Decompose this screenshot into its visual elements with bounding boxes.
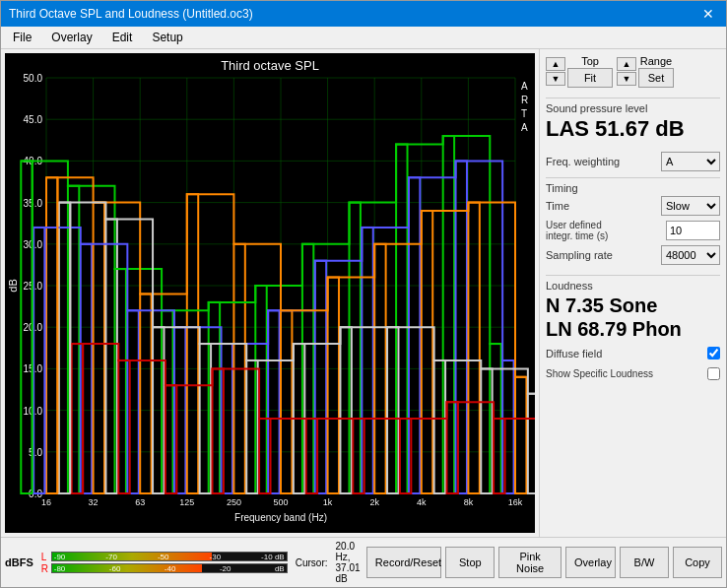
copy-btn[interactable]: Copy: [673, 547, 722, 578]
menu-setup[interactable]: Setup: [144, 29, 190, 46]
cursor-label: Cursor:: [296, 557, 328, 568]
spl-value: LAS 51.67 dB: [546, 116, 720, 142]
diffuse-field-label: Diffuse field: [546, 348, 602, 359]
top-up-btn[interactable]: ▲: [546, 57, 565, 71]
diffuse-field-checkbox[interactable]: [707, 347, 720, 359]
record-reset-btn[interactable]: Record/Reset: [366, 547, 441, 578]
loudness-ln-value: LN 68.79 Phon: [546, 317, 720, 341]
diffuse-field-row: Diffuse field: [546, 347, 720, 359]
top-label: Top: [581, 55, 599, 67]
top-controls: ▲ ▼ Top Fit ▲ ▼ Range Set: [546, 55, 720, 88]
show-specific-row: Show Specific Loudness: [546, 367, 720, 380]
main-content: ▲ ▼ Top Fit ▲ ▼ Range Set: [1, 49, 726, 537]
freq-weighting-label: Freq. weighting: [546, 156, 620, 167]
meter-r-label: R: [41, 563, 49, 574]
sampling-rate-label: Sampling rate: [546, 249, 613, 261]
menu-bar: File Overlay Edit Setup: [1, 27, 726, 49]
time-row: Time Slow Fast Impulse: [546, 196, 720, 216]
sampling-rate-select[interactable]: 44100 48000 96000: [661, 245, 720, 265]
stop-btn[interactable]: Stop: [445, 547, 495, 578]
range-group: Range Set: [638, 55, 674, 88]
freq-weighting-row: Freq. weighting A B C Z: [546, 152, 720, 171]
bw-btn[interactable]: B/W: [620, 547, 669, 578]
top-down-btn[interactable]: ▼: [546, 72, 565, 86]
chart-area: [5, 53, 535, 533]
spl-chart: [5, 53, 535, 533]
meter-l-bar: -90-70-50-30-10 dB: [51, 552, 288, 561]
spl-section: Sound pressure level LAS 51.67 dB: [546, 98, 720, 142]
menu-edit[interactable]: Edit: [104, 29, 141, 46]
meter-container: L -90-70-50-30-10 dB R: [41, 552, 288, 574]
cursor-info: dBFS L -90-70-50-30-10 dB R: [5, 541, 366, 584]
user-defined-row: User definedintegr. time (s): [546, 220, 720, 241]
range-up-btn[interactable]: ▲: [617, 57, 636, 71]
action-buttons: Record/Reset Stop Pink Noise Overlay B/W…: [366, 545, 722, 580]
overlay-btn[interactable]: Overlay: [565, 547, 616, 578]
pink-noise-btn[interactable]: Pink Noise: [498, 547, 562, 578]
range-label: Range: [640, 55, 672, 67]
top-btn-area: ▲ ▼ Top Fit: [546, 55, 613, 88]
meter-r-fill: [52, 564, 202, 572]
spl-section-label: Sound pressure level: [546, 102, 720, 114]
time-select[interactable]: Slow Fast Impulse: [661, 196, 720, 216]
user-defined-input[interactable]: [666, 221, 720, 240]
window-title: Third Octave SPL and Loudness (Untitled.…: [9, 7, 253, 21]
loudness-section-label: Loudness: [546, 280, 720, 292]
loudness-section: Loudness N 7.35 Sone LN 68.79 Phon: [546, 275, 720, 341]
menu-overlay[interactable]: Overlay: [43, 29, 99, 46]
show-specific-checkbox[interactable]: [707, 367, 720, 380]
time-label: Time: [546, 200, 569, 212]
freq-weighting-select[interactable]: A B C Z: [661, 152, 720, 171]
cursor-value: 20.0 Hz, 37.01 dB: [336, 541, 366, 584]
meter-l-label: L: [41, 552, 49, 562]
top-arrows: ▲ ▼: [546, 57, 565, 86]
status-row: dBFS L -90-70-50-30-10 dB R: [5, 540, 722, 585]
loudness-n-value: N 7.35 Sone: [546, 294, 720, 317]
set-btn[interactable]: Set: [638, 68, 674, 88]
meter-r-row: R -80-60-40-20dB: [41, 563, 288, 574]
range-btn-area: ▲ ▼ Range Set: [617, 55, 674, 88]
range-arrows: ▲ ▼: [617, 57, 636, 86]
fit-btn[interactable]: Fit: [567, 68, 613, 88]
bottom-bar: dBFS L -90-70-50-30-10 dB R: [1, 537, 726, 587]
sampling-rate-row: Sampling rate 44100 48000 96000: [546, 245, 720, 265]
main-window: Third Octave SPL and Loudness (Untitled.…: [0, 0, 727, 588]
range-down-btn[interactable]: ▼: [617, 72, 636, 86]
user-defined-label: User definedintegr. time (s): [546, 220, 608, 241]
meter-r-bar: -80-60-40-20dB: [51, 563, 288, 573]
timing-section: Timing Time Slow Fast Impulse User defin…: [546, 177, 720, 269]
top-group: Top Fit: [567, 55, 613, 88]
meter-l-fill: [52, 553, 212, 560]
right-panel: ▲ ▼ Top Fit ▲ ▼ Range Set: [539, 49, 726, 537]
meter-l-row: L -90-70-50-30-10 dB: [41, 552, 288, 562]
title-bar: Third Octave SPL and Loudness (Untitled.…: [1, 1, 726, 27]
show-specific-label: Show Specific Loudness: [546, 368, 653, 379]
menu-file[interactable]: File: [5, 29, 39, 46]
timing-section-label: Timing: [546, 182, 720, 194]
dbfs-label: dBFS: [5, 556, 33, 568]
close-button[interactable]: ✕: [698, 4, 718, 24]
